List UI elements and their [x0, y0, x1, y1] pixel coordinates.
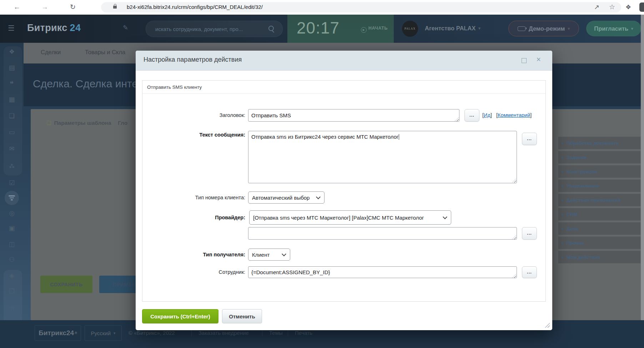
- bitrix-logo: Битрикс24: [27, 22, 81, 34]
- address-bar[interactable]: b24-xi62fa.bitrix24.ru/crm/configs/bp/CR…: [101, 2, 621, 12]
- live-feed-icon[interactable]: ▤: [0, 64, 24, 72]
- message-more-button[interactable]: ...: [522, 133, 537, 145]
- drive-icon[interactable]: ▭: [0, 128, 24, 136]
- provider-value: [Отправка sms через МТС Маркетолог] [Pal…: [253, 215, 424, 221]
- browser-forward-icon[interactable]: →: [41, 2, 48, 12]
- browser-back-icon[interactable]: ←: [14, 2, 20, 12]
- devops-icon[interactable]: ‹/›: [0, 304, 24, 311]
- calendar-icon[interactable]: ▦: [0, 96, 24, 103]
- time-tracker-panel[interactable]: 20:17 ▶НАЧАТЬ: [287, 15, 394, 43]
- recipient-type-select[interactable]: Клиент: [248, 249, 290, 261]
- company-avatar[interactable]: PALAX: [402, 21, 418, 37]
- arrow-right-icon: ▸: [562, 255, 564, 259]
- accordion-item-other[interactable]: ▸Прочее: [558, 236, 641, 249]
- insert-links: [Ид][Комментарий]: [482, 109, 532, 122]
- tab-products[interactable]: Товары и Скла: [85, 49, 125, 56]
- accordion-label: Мои действия: [567, 255, 600, 260]
- tasks-icon[interactable]: ☑: [0, 179, 24, 187]
- accordion-item-crm[interactable]: ▸CRM: [558, 208, 641, 221]
- url-text[interactable]: b24-xi62fa.bitrix24.ru/crm/configs/bp/CR…: [127, 4, 263, 10]
- invite-button[interactable]: Пригласить▾: [586, 21, 641, 36]
- mail-icon[interactable]: ✉: [0, 145, 24, 153]
- menu-hamburger-icon[interactable]: ☰: [8, 24, 15, 32]
- footer-language-select[interactable]: Русский▾: [85, 325, 122, 341]
- employee-more-button[interactable]: ...: [522, 266, 537, 278]
- tab-template-params[interactable]: ❏Параметры шаблона: [46, 120, 111, 126]
- clock-time: 20:17: [297, 18, 339, 37]
- gear-document-icon: ❏: [46, 120, 51, 126]
- chevron-down-icon: [316, 195, 321, 199]
- title-more-button[interactable]: ...: [464, 109, 479, 122]
- share-icon[interactable]: ↗: [594, 2, 599, 12]
- crm-funnel-icon[interactable]: [9, 195, 15, 201]
- accordion-item-disk[interactable]: ▸Диск: [558, 222, 641, 235]
- extensions-puzzle-icon[interactable]: ❖: [625, 2, 631, 12]
- tab-global[interactable]: Гло: [118, 120, 127, 126]
- id-link[interactable]: Ид: [484, 112, 490, 118]
- contact-center-icon[interactable]: ◫: [0, 240, 24, 248]
- footer-brand[interactable]: Битрикс24®: [35, 325, 81, 341]
- field-label-message: Текст сообщения:: [142, 132, 245, 138]
- accordion-item-tasks[interactable]: ▸Задания: [558, 151, 641, 164]
- close-icon[interactable]: ×: [536, 55, 541, 64]
- arrow-right-icon: ▸: [562, 227, 564, 231]
- tab-template-params-label: Параметры шаблона: [54, 120, 111, 126]
- employee-input[interactable]: [248, 266, 517, 278]
- shop-icon[interactable]: ▣: [0, 224, 24, 232]
- search-input[interactable]: [155, 21, 263, 37]
- accordion-label: Действия приложений: [567, 198, 620, 203]
- documents-icon[interactable]: ❏: [0, 112, 24, 120]
- search-icon: [268, 26, 274, 31]
- dialog-body: Отправить SMS клиенту Заголовок: ... [Ид…: [136, 71, 552, 330]
- network-icon[interactable]: ❖: [0, 48, 24, 56]
- demo-mode-button[interactable]: Демо-режим▾: [508, 21, 579, 36]
- accordion-label: Прочее: [567, 240, 584, 246]
- accordion-item-notifications[interactable]: ▸Уведомления: [558, 179, 641, 192]
- message-textarea[interactable]: Отправка sms из Битрикс24 через сервис М…: [248, 131, 517, 183]
- accordion-label: Обработка документа: [567, 140, 619, 146]
- marketing-icon[interactable]: ◎: [0, 209, 24, 217]
- accordion-item-my-actions[interactable]: ▸Мои действия: [558, 251, 641, 263]
- arrow-right-icon: ▸: [562, 184, 564, 188]
- bookmark-star-icon[interactable]: ☆: [609, 2, 615, 12]
- apps-icon[interactable]: ❒: [0, 287, 24, 295]
- browser-refresh-icon[interactable]: ↻: [70, 2, 76, 12]
- account-name: Агентство PALAX: [425, 25, 476, 31]
- footer-link-themes[interactable]: Темы: [269, 330, 283, 336]
- accordion-item-document-processing[interactable]: ▸Обработка документа: [558, 137, 641, 149]
- messenger-icon[interactable]: ❝: [0, 80, 24, 88]
- accordion-item-app-actions[interactable]: ▸Действия приложений: [558, 194, 641, 206]
- provider-select[interactable]: [Отправка sms через МТС Маркетолог] [Pal…: [249, 210, 451, 225]
- cancel-button[interactable]: Отменить: [222, 309, 262, 323]
- number-type-select[interactable]: Автоматический выбор: [248, 191, 324, 204]
- browser-profile-icon[interactable]: [639, 2, 644, 12]
- dialog-titlebar[interactable]: Настройка параметров действия ×: [136, 51, 552, 71]
- accordion-label: CRM: [567, 212, 578, 217]
- global-search[interactable]: [146, 21, 283, 37]
- footer-link-print[interactable]: Печать: [295, 330, 312, 336]
- text-cursor: [399, 134, 399, 140]
- tab-deals[interactable]: Сделки: [41, 49, 61, 56]
- app-header: ☰ Битрикс24 ✎ 20:17 ▶НАЧАТЬ PALAX Агентс…: [0, 15, 644, 43]
- action-section-title: Отправить SMS клиенту: [142, 81, 545, 94]
- bg-save-button[interactable]: СОХРАНИТЬ: [40, 276, 92, 293]
- title-input[interactable]: [248, 109, 459, 122]
- footer-link-implementation[interactable]: Заказать внедрение: [198, 330, 249, 336]
- dialog-title: Настройка параметров действия: [144, 56, 242, 63]
- bracket: ]: [530, 112, 532, 118]
- maximize-icon[interactable]: [522, 58, 527, 63]
- comment-link[interactable]: Комментарий: [498, 112, 530, 118]
- employees-icon[interactable]: ⁂: [0, 163, 24, 170]
- sites-icon[interactable]: ◈: [0, 272, 24, 280]
- page-scrollbar[interactable]: [641, 15, 644, 348]
- footer-language-label: Русский: [91, 330, 111, 336]
- pencil-icon[interactable]: ✎: [123, 24, 128, 32]
- lock-icon: [113, 6, 117, 9]
- provider-extra-input[interactable]: [248, 227, 517, 240]
- provider-more-button[interactable]: ...: [522, 227, 537, 240]
- robot-icon[interactable]: ⚇: [0, 256, 24, 263]
- start-workday-button[interactable]: ▶НАЧАТЬ: [361, 26, 388, 33]
- save-button[interactable]: Сохранить (Ctrl+Enter): [142, 309, 218, 323]
- account-name-menu[interactable]: Агентство PALAX▾: [425, 25, 481, 32]
- accordion-item-constructions[interactable]: ▸Конструкции: [558, 165, 641, 178]
